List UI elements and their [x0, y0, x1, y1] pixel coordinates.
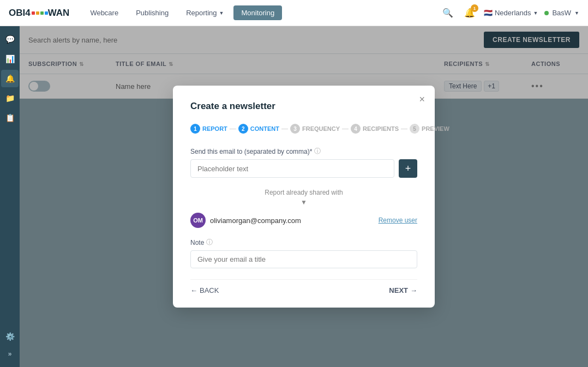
- step-report-label: REPORT: [202, 125, 227, 132]
- main-content: CREATE NEWSLETTER SUBSCRIPTION ⇅ TITLE O…: [20, 26, 588, 367]
- language-label: Nederlands: [495, 9, 531, 17]
- plus-icon: +: [405, 163, 411, 175]
- step-report-num: 1: [190, 124, 200, 134]
- sidebar-item-chat[interactable]: 💬: [1, 31, 19, 48]
- remove-user-button[interactable]: Remove user: [379, 216, 417, 224]
- sidebar-item-notifications[interactable]: 🔔: [1, 70, 19, 87]
- sidebar-bottom: ⚙️ »: [1, 328, 19, 363]
- modal-overlay: Create a newsletter × 1 REPORT — 2 CONTE…: [20, 26, 588, 367]
- email-recipients-input[interactable]: [190, 159, 394, 178]
- step-preview-label: PREVIEW: [422, 125, 449, 132]
- app-logo: OBI 4 WAN: [9, 8, 69, 19]
- nav-items: Webcare Publishing Reporting ▼ Monitorin…: [82, 5, 440, 20]
- sidebar-item-analytics[interactable]: 📊: [1, 50, 19, 68]
- modal-title: Create a newsletter: [190, 101, 417, 112]
- step-preview-num: 5: [410, 124, 419, 134]
- logo-4wan: 4: [25, 8, 30, 19]
- email-info-icon: ⓘ: [314, 147, 321, 156]
- notification-badge: 1: [471, 4, 478, 12]
- nav-publishing[interactable]: Publishing: [128, 5, 176, 20]
- step-preview: 5 PREVIEW: [410, 124, 449, 134]
- note-field-label: Note ⓘ: [190, 238, 417, 247]
- modal-close-button[interactable]: ×: [419, 94, 425, 104]
- step-content-num: 2: [238, 124, 248, 134]
- shared-label: Report already shared with: [190, 189, 417, 196]
- next-arrow-icon: →: [410, 286, 417, 294]
- flag-icon: 🇳🇱: [484, 9, 493, 17]
- step-recipients: 4 RECIPIENTS: [351, 124, 399, 134]
- sidebar-item-files[interactable]: 📁: [1, 89, 19, 107]
- nav-webcare[interactable]: Webcare: [82, 5, 126, 20]
- sidebar-item-expand[interactable]: »: [1, 345, 19, 363]
- note-input[interactable]: [190, 250, 417, 268]
- search-button[interactable]: 🔍: [440, 5, 455, 20]
- analytics-icon: 📊: [5, 55, 15, 63]
- online-status-dot: [544, 11, 549, 15]
- note-section: Note ⓘ: [190, 238, 417, 268]
- back-arrow-icon: ←: [190, 286, 197, 294]
- shared-section: Report already shared with ▼: [190, 189, 417, 206]
- step-frequency-num: 3: [290, 124, 300, 134]
- sidebar: 💬 📊 🔔 📁 📋 ⚙️ »: [0, 26, 20, 367]
- step-arrow-1: —: [230, 125, 236, 133]
- user-info: OM oliviamorgan@company.com: [190, 213, 301, 228]
- nav-right: 🔍 🔔 1 🇳🇱 Nederlands ▼ BasW ▼: [440, 5, 579, 20]
- user-menu[interactable]: BasW ▼: [544, 9, 579, 17]
- email-field-label: Send this email to (separated by comma)*…: [190, 147, 417, 156]
- files-icon: 📁: [5, 94, 15, 103]
- sidebar-item-settings[interactable]: ⚙️: [1, 328, 19, 345]
- nav-reporting[interactable]: Reporting ▼: [178, 5, 231, 20]
- logo-wan: WAN: [48, 8, 70, 19]
- next-button[interactable]: NEXT →: [389, 286, 417, 294]
- step-report: 1 REPORT: [190, 124, 227, 134]
- modal-steps: 1 REPORT — 2 CONTENT — 3 FREQUENCY — 4 R…: [190, 124, 417, 134]
- user-row: OM oliviamorgan@company.com Remove user: [190, 213, 417, 228]
- email-input-row: +: [190, 159, 417, 178]
- create-newsletter-modal: Create a newsletter × 1 REPORT — 2 CONTE…: [173, 86, 435, 308]
- modal-footer: ← BACK NEXT →: [190, 279, 417, 294]
- language-selector[interactable]: 🇳🇱 Nederlands ▼: [484, 9, 538, 17]
- back-button[interactable]: ← BACK: [190, 286, 219, 294]
- nav-monitoring[interactable]: Monitoring: [233, 5, 282, 20]
- note-info-icon: ⓘ: [206, 238, 213, 247]
- user-avatar: OM: [190, 213, 206, 228]
- logo-dots: [32, 11, 48, 15]
- username-label: BasW: [552, 9, 571, 17]
- shared-toggle-button[interactable]: ▼: [190, 198, 417, 206]
- logo-obi: OBI: [9, 8, 25, 19]
- step-arrow-2: —: [281, 125, 288, 133]
- notifications-icon: 🔔: [5, 74, 15, 83]
- step-arrow-3: —: [342, 125, 349, 133]
- step-content-label: CONTENT: [250, 125, 279, 132]
- top-navigation: OBI 4 WAN Webcare Publishing Reporting ▼…: [0, 0, 588, 26]
- user-dropdown-icon: ▼: [574, 10, 579, 16]
- language-dropdown-icon: ▼: [533, 10, 538, 16]
- add-email-button[interactable]: +: [399, 159, 417, 178]
- step-frequency-label: FREQUENCY: [302, 125, 340, 132]
- step-arrow-4: —: [401, 125, 407, 133]
- step-content: 2 CONTENT: [238, 124, 279, 134]
- reports-icon: 📋: [5, 113, 15, 122]
- step-recipients-num: 4: [351, 124, 361, 134]
- notification-button[interactable]: 🔔 1: [462, 5, 477, 20]
- step-recipients-label: RECIPIENTS: [363, 125, 399, 132]
- settings-icon: ⚙️: [5, 332, 15, 341]
- chat-icon: 💬: [5, 35, 15, 44]
- user-email: oliviamorgan@company.com: [210, 216, 301, 225]
- step-frequency: 3 FREQUENCY: [290, 124, 340, 134]
- expand-icon: »: [8, 350, 12, 358]
- reporting-dropdown-icon: ▼: [219, 10, 224, 16]
- sidebar-item-reports[interactable]: 📋: [1, 109, 19, 127]
